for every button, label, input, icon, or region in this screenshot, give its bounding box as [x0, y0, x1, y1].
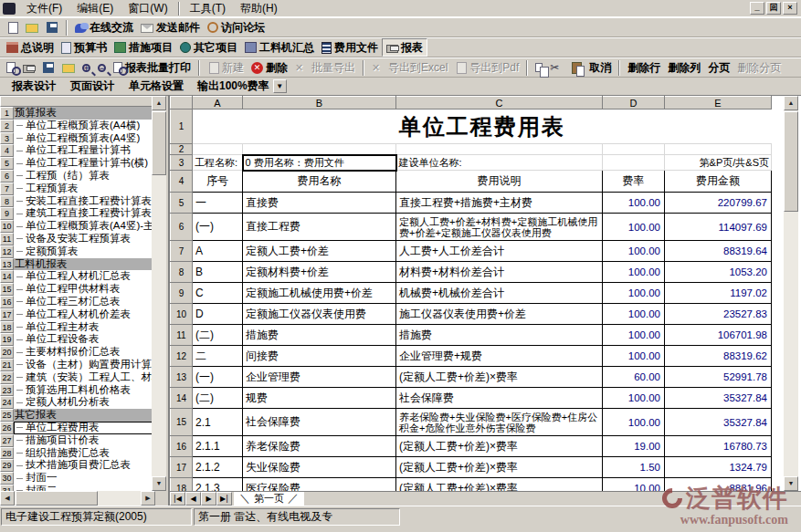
cell-rate[interactable]: 19.00: [603, 436, 665, 457]
column-header-D[interactable]: D: [603, 97, 665, 110]
cell-no[interactable]: C: [193, 283, 243, 304]
row-header-4[interactable]: 4: [171, 171, 193, 193]
column-header-C[interactable]: C: [396, 97, 603, 110]
empty-cell[interactable]: [396, 144, 603, 155]
cell-fee-name[interactable]: 直接工程费: [243, 214, 396, 241]
close-button[interactable]: ×: [783, 2, 797, 15]
batch-print-button[interactable]: 报表批量打印: [110, 58, 195, 77]
row-header-1[interactable]: 1: [171, 110, 193, 144]
open-file-button[interactable]: [22, 18, 42, 37]
cell-no[interactable]: B: [193, 262, 243, 283]
delete-col-button[interactable]: 删除列: [664, 58, 704, 77]
scroll-up-icon[interactable]: ▲: [784, 96, 798, 110]
scroll-thumb[interactable]: [152, 111, 166, 175]
tree-row-13[interactable]: 13工料机报表: [0, 258, 153, 271]
cell-fee-desc[interactable]: (定额人工费+价差)×费率: [396, 457, 603, 478]
cell-fee-desc[interactable]: 措施费: [396, 325, 603, 346]
fee-column-header-4[interactable]: 费用金额: [665, 171, 772, 193]
tree-row-6[interactable]: 6工程预（结）算表: [0, 170, 153, 183]
cell-amount[interactable]: 8831.96: [665, 478, 772, 492]
scroll-right-icon[interactable]: ▶: [141, 491, 155, 506]
cell-amount[interactable]: 114097.69: [665, 214, 772, 241]
empty-cell[interactable]: [193, 144, 243, 155]
cell-rate[interactable]: 60.00: [603, 367, 665, 388]
tree-row-20[interactable]: 20主要材料报价汇总表: [0, 346, 153, 359]
minimize-button[interactable]: _: [750, 2, 764, 15]
tree-row-3[interactable]: 3单位工程概预算表(A4竖): [0, 132, 153, 145]
cell-no[interactable]: 二: [193, 346, 243, 367]
cell-fee-desc[interactable]: (定额人工费+价差)×费率: [396, 436, 603, 457]
fee-column-header-3[interactable]: 费率: [603, 171, 665, 193]
cell-amount[interactable]: 35327.84: [665, 409, 772, 436]
cell-no[interactable]: (二): [193, 388, 243, 409]
row-header-14[interactable]: 14: [171, 388, 193, 409]
cell-no[interactable]: 2.1.2: [193, 457, 243, 478]
scroll-up-icon[interactable]: ▲: [152, 96, 166, 110]
scroll-down-icon[interactable]: ▼: [152, 476, 166, 491]
page-placeholder-cell[interactable]: 第&P页/共&S页: [665, 155, 772, 171]
cell-rate[interactable]: 100.00: [603, 193, 665, 214]
module-button-2[interactable]: 预算书: [58, 38, 111, 57]
column-header-E[interactable]: E: [665, 97, 772, 110]
tree-row-2[interactable]: 2单位工程概预算表(A4横): [0, 120, 153, 132]
next-page-icon[interactable]: ▶: [201, 492, 216, 506]
tree-row-15[interactable]: 15单位工程甲供材料表: [0, 283, 153, 296]
cell-amount[interactable]: 1197.02: [665, 283, 772, 304]
cell-no[interactable]: 2.1.1: [193, 436, 243, 457]
grid-corner-cell[interactable]: [171, 97, 193, 110]
sheet-tab-page1[interactable]: ＼ 第一页 ／: [234, 492, 304, 506]
send-mail-button[interactable]: 发送邮件: [137, 18, 204, 37]
row-header-15[interactable]: 15: [171, 409, 193, 436]
tree-row-1[interactable]: 1预算报表: [0, 107, 153, 120]
cell-amount[interactable]: 1053.20: [665, 262, 772, 283]
cell-fee-desc[interactable]: 材料费+材料价差合计: [396, 262, 603, 283]
menu-window[interactable]: 窗口(W): [121, 0, 174, 17]
build-unit-label[interactable]: 建设单位名称:: [396, 155, 603, 171]
restore-button[interactable]: 回: [766, 2, 781, 15]
cell-fee-name[interactable]: 社会保障费: [243, 409, 396, 436]
zoom-in-button[interactable]: +: [79, 58, 94, 77]
output-rate-combobox[interactable]: 输出100%费率 ▼: [192, 78, 287, 94]
cell-fee-name[interactable]: 养老保险费: [243, 436, 396, 457]
cell-amount[interactable]: 23527.83: [665, 304, 772, 325]
module-button-6[interactable]: 费用文件: [318, 38, 382, 57]
selected-cell-fee-name[interactable]: 0 费用名称：费用文件: [243, 155, 396, 171]
cell-no[interactable]: (二): [193, 325, 243, 346]
tree-row-8[interactable]: 8安装工程直接工程费计算表: [0, 195, 153, 208]
column-header-A[interactable]: A: [193, 97, 243, 110]
cancel-button[interactable]: 取消: [585, 58, 615, 77]
tree-row-7[interactable]: 7工程预算表: [0, 183, 153, 195]
tree-row-30[interactable]: 30封面一: [0, 472, 153, 485]
empty-cell[interactable]: [665, 144, 772, 155]
tree-row-28[interactable]: 28组织措施费汇总表: [0, 447, 153, 460]
row-header-6[interactable]: 6: [171, 214, 193, 241]
cell-rate[interactable]: 100.00: [603, 304, 665, 325]
row-header-9[interactable]: 9: [171, 283, 193, 304]
cell-amount[interactable]: 52991.78: [665, 367, 772, 388]
row-header-8[interactable]: 8: [171, 262, 193, 283]
tree-row-10[interactable]: 10单位工程概预算表(A4竖)-主材单: [0, 220, 153, 233]
tree-row-19[interactable]: 19单位工程设备表: [0, 333, 153, 346]
cell-no[interactable]: 一: [193, 193, 243, 214]
cell-fee-desc[interactable]: 施工仪器仪表使用费+价差: [396, 304, 603, 325]
scroll-down-icon[interactable]: ▼: [784, 476, 798, 491]
module-button-3[interactable]: 措施项目: [111, 38, 176, 57]
copy-button[interactable]: [532, 58, 546, 77]
cell-fee-name[interactable]: 直接费: [243, 193, 396, 214]
project-name-label[interactable]: 工程名称:: [193, 155, 243, 171]
cell-fee-desc[interactable]: (定额人工费+价差)×费率: [396, 367, 603, 388]
cut-button[interactable]: ✂: [546, 58, 567, 77]
cell-rate[interactable]: 10.00: [603, 478, 665, 492]
tree-row-27[interactable]: 27措施项目计价表: [0, 434, 153, 447]
module-button-1[interactable]: 总说明: [3, 38, 58, 57]
tree-row-24[interactable]: 24定额人材机分析表: [0, 396, 153, 409]
menu-tools[interactable]: 工具(T): [184, 0, 232, 17]
cell-fee-name[interactable]: 医疗保险费: [243, 478, 396, 492]
module-button-5[interactable]: 工料机汇总: [241, 38, 318, 57]
fee-column-header-0[interactable]: 序号: [193, 171, 243, 193]
cell-fee-desc[interactable]: 机械费+机械价差合计: [396, 283, 603, 304]
cell-fee-name[interactable]: 措施费: [243, 325, 396, 346]
menu-edit[interactable]: 编辑(E): [70, 0, 120, 17]
fee-column-header-1[interactable]: 费用名称: [243, 171, 396, 193]
cell-fee-desc[interactable]: 企业管理费+规费: [396, 346, 603, 367]
